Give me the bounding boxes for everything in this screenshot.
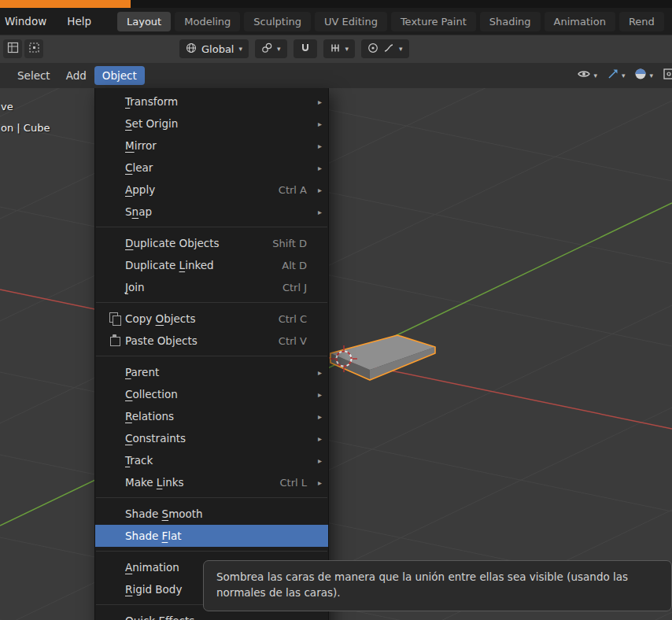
snap-target-icon xyxy=(330,42,341,56)
chevron-down-icon: ▾ xyxy=(399,46,403,53)
snap-target-dropdown[interactable]: ▾ xyxy=(323,39,356,58)
selected-object-cube[interactable] xyxy=(330,335,435,380)
menu-item-shortcut: Alt D xyxy=(282,260,307,271)
submenu-arrow-icon: ▸ xyxy=(313,208,322,216)
chevron-down-icon: ▾ xyxy=(345,46,349,53)
submenu-arrow-icon: ▸ xyxy=(313,390,322,399)
menu-item-shortcut: Ctrl L xyxy=(279,477,307,489)
menu-item-shade-flat[interactable]: Shade Flat xyxy=(95,525,328,547)
menu-item-label: Make Links xyxy=(125,476,279,489)
gizmo-arrow-icon xyxy=(607,68,619,83)
menu-object[interactable]: Object xyxy=(94,66,145,85)
menu-separator xyxy=(96,227,327,227)
tab-texture-paint[interactable]: Texture Paint xyxy=(391,12,476,31)
submenu-arrow-icon: ▸ xyxy=(313,456,322,465)
menu-item-constraints[interactable]: Constraints▸ xyxy=(95,427,328,449)
orientation-globe-icon xyxy=(186,42,197,56)
transform-orientation-dropdown[interactable]: Global ▾ xyxy=(179,39,249,58)
chevron-down-icon: ▾ xyxy=(277,46,281,53)
submenu-arrow-icon: ▸ xyxy=(313,478,322,487)
submenu-arrow-icon: ▸ xyxy=(313,120,322,128)
menu-item-make-links[interactable]: Make LinksCtrl L▸ xyxy=(95,471,328,493)
viewport-shading-dropdown[interactable]: ▾ xyxy=(634,68,653,83)
tab-animation[interactable]: Animation xyxy=(545,12,615,31)
overlays-dropdown[interactable]: ▾ xyxy=(577,68,597,83)
viewport-header: Select Add Object xyxy=(0,63,672,88)
falloff-curve-icon xyxy=(383,42,394,56)
proportional-editing-dropdown[interactable]: ▾ xyxy=(361,39,409,58)
menu-item-duplicate-linked[interactable]: Duplicate LinkedAlt D xyxy=(95,254,328,276)
menu-item-collection[interactable]: Collection▸ xyxy=(95,383,328,405)
menu-item-label: Transform xyxy=(125,95,307,108)
menu-item-transform[interactable]: Transform▸ xyxy=(95,90,328,113)
menu-item-paste-objects[interactable]: Paste ObjectsCtrl V xyxy=(95,330,328,352)
overlays-eye-icon xyxy=(577,68,591,83)
menu-separator xyxy=(96,302,327,303)
menu-item-clear[interactable]: Clear▸ xyxy=(95,157,328,179)
snap-toggle[interactable] xyxy=(294,39,317,58)
tab-modeling[interactable]: Modeling xyxy=(175,12,240,31)
menu-add[interactable]: Add xyxy=(58,66,94,85)
menu-item-label: Parent xyxy=(125,366,307,378)
menu-select[interactable]: Select xyxy=(9,66,58,85)
menu-item-label: Snap xyxy=(125,205,307,218)
editor-type-button[interactable] xyxy=(3,39,22,58)
object-dropdown-menu: Transform▸Set Origin▸Mirror▸Clear▸ApplyC… xyxy=(94,88,329,620)
submenu-arrow-icon: ▸ xyxy=(313,164,322,172)
tool-settings-widgets: Global ▾ ▾ ▾ ▾ xyxy=(179,39,409,58)
submenu-arrow-icon: ▸ xyxy=(313,142,322,150)
gizmos-dropdown[interactable]: ▾ xyxy=(607,68,626,83)
submenu-arrow-icon: ▸ xyxy=(313,434,322,443)
shading-sphere-icon xyxy=(634,68,647,83)
select-mode-icon xyxy=(28,42,40,57)
menu-item-label: Duplicate Objects xyxy=(125,237,272,249)
menu-item-set-origin[interactable]: Set Origin▸ xyxy=(95,113,328,135)
menu-item-shortcut: Ctrl V xyxy=(279,335,307,347)
tab-sculpting[interactable]: Sculpting xyxy=(244,12,311,31)
top-window-strip xyxy=(0,0,672,8)
chevron-down-icon: ▾ xyxy=(622,72,626,79)
menu-help[interactable]: Help xyxy=(57,15,102,28)
menu-item-label: Track xyxy=(125,454,307,467)
workspace-tabs: LayoutModelingSculptingUV EditingTexture… xyxy=(117,12,664,31)
pivot-point-dropdown[interactable]: ▾ xyxy=(255,39,287,58)
menu-item-label: Constraints xyxy=(125,432,307,445)
select-mode-button[interactable] xyxy=(24,39,43,58)
menu-item-label: Paste Objects xyxy=(125,334,279,347)
chevron-down-icon: ▾ xyxy=(649,72,653,79)
menu-item-copy-objects[interactable]: Copy ObjectsCtrl C xyxy=(95,308,328,330)
menu-item-label: Mirror xyxy=(125,139,307,152)
menu-window[interactable]: Window xyxy=(0,15,57,28)
paste-icon xyxy=(105,330,125,352)
tab-rend[interactable]: Rend xyxy=(619,12,664,31)
tab-shading[interactable]: Shading xyxy=(480,12,541,31)
menu-item-label: Join xyxy=(125,281,282,293)
proportional-editing-icon xyxy=(367,42,378,56)
menu-item-label: Set Origin xyxy=(125,117,307,130)
orientation-label: Global xyxy=(201,43,234,55)
tab-uv-editing[interactable]: UV Editing xyxy=(315,12,387,31)
tab-layout[interactable]: Layout xyxy=(117,12,171,31)
menu-item-shortcut: Ctrl A xyxy=(279,184,307,196)
menu-item-apply[interactable]: ApplyCtrl A▸ xyxy=(95,179,328,201)
render-preview-icon xyxy=(663,68,672,83)
menu-item-snap[interactable]: Snap▸ xyxy=(95,201,328,223)
menu-item-parent[interactable]: Parent▸ xyxy=(95,361,328,383)
render-preview-button[interactable] xyxy=(663,68,672,83)
menu-item-quick-effects[interactable]: Quick Effects▸ xyxy=(95,610,328,620)
menu-item-duplicate-objects[interactable]: Duplicate ObjectsShift D xyxy=(95,232,328,254)
menu-item-shade-smooth[interactable]: Shade Smooth xyxy=(95,503,328,525)
menu-separator xyxy=(96,497,327,498)
menu-item-shortcut: Ctrl J xyxy=(282,282,307,293)
menu-item-relations[interactable]: Relations▸ xyxy=(95,405,328,427)
editor-type-buttons xyxy=(3,39,43,58)
submenu-arrow-icon: ▸ xyxy=(313,368,322,377)
menu-item-join[interactable]: JoinCtrl J xyxy=(95,276,328,298)
menu-separator xyxy=(96,356,327,356)
viewport-overlay-perspective-text: ve xyxy=(1,101,13,113)
menu-item-label: Duplicate Linked xyxy=(125,259,282,271)
editor-type-icon xyxy=(7,42,19,57)
menu-item-label: Clear xyxy=(125,161,307,174)
menu-item-track[interactable]: Track▸ xyxy=(95,449,328,471)
menu-item-mirror[interactable]: Mirror▸ xyxy=(95,135,328,157)
